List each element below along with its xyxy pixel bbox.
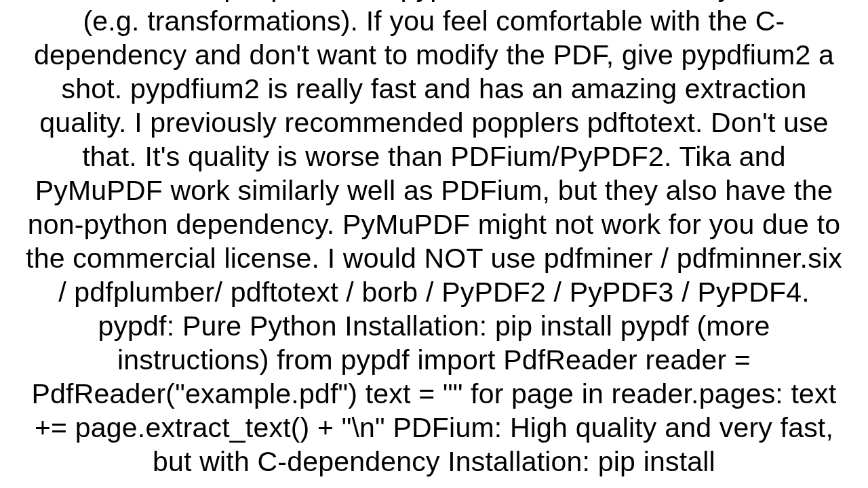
body-text: I'd recommend people to use pypdf as it … <box>0 0 868 479</box>
document-page: I'd recommend people to use pypdf as it … <box>0 0 868 488</box>
